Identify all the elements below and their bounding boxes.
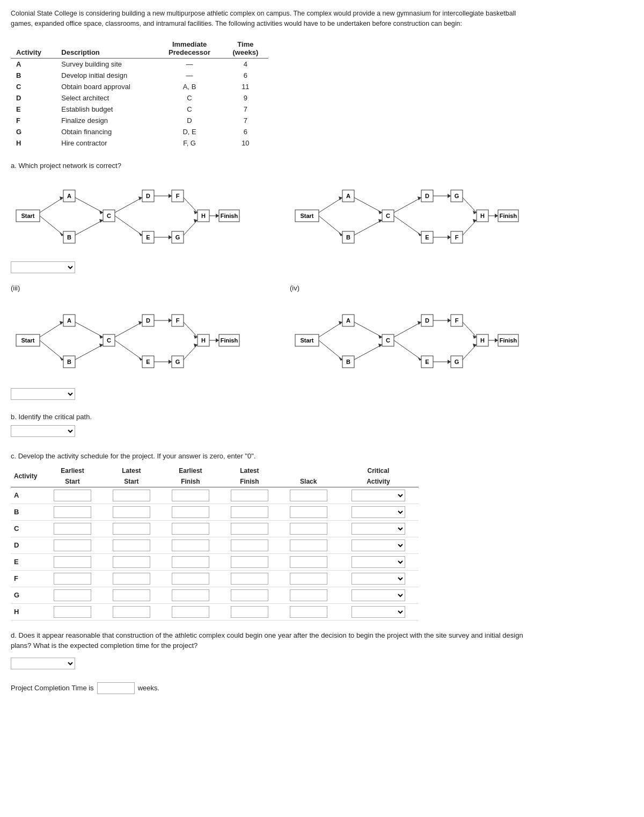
- schedule-cell-earliest-finish: [161, 570, 220, 587]
- schedule-cell-latest-finish: [220, 537, 279, 553]
- schedule-row: FYesNo: [11, 570, 419, 587]
- schedule-critical-cell: YesNo: [338, 537, 419, 553]
- input-earliest-start-D[interactable]: [54, 539, 91, 551]
- input-earliest-finish-D[interactable]: [172, 539, 209, 551]
- table-cell-act: A: [11, 58, 56, 70]
- answer-d-dropdown-container: Yes No: [11, 655, 526, 677]
- schedule-cell-latest-start: [102, 603, 161, 620]
- answer-d-select[interactable]: Yes No: [11, 658, 75, 669]
- input-latest-start-G[interactable]: [113, 589, 150, 601]
- input-earliest-start-H[interactable]: [54, 606, 91, 618]
- schedule-critical-cell: YesNo: [338, 504, 419, 520]
- input-earliest-finish-C[interactable]: [172, 523, 209, 535]
- svg-text:F: F: [455, 317, 459, 324]
- input-latest-finish-C[interactable]: [231, 523, 268, 535]
- input-latest-start-E[interactable]: [113, 556, 150, 568]
- table-cell-desc: Develop initial design: [56, 70, 156, 81]
- svg-line-24: [75, 198, 103, 213]
- input-latest-start-D[interactable]: [113, 539, 150, 551]
- input-slack-G[interactable]: [290, 589, 327, 601]
- svg-text:G: G: [455, 193, 459, 199]
- svg-text:E: E: [146, 359, 150, 365]
- schedule-activity-label: B: [11, 504, 43, 520]
- schedule-row: BYesNo: [11, 504, 419, 520]
- input-earliest-finish-H[interactable]: [172, 606, 209, 618]
- table-cell-pred: C: [156, 104, 222, 115]
- input-latest-start-B[interactable]: [113, 506, 150, 518]
- input-earliest-finish-A[interactable]: [172, 490, 209, 501]
- input-latest-start-F[interactable]: [113, 573, 150, 585]
- svg-line-106: [40, 340, 63, 360]
- critical-select-E[interactable]: YesNo: [352, 556, 405, 568]
- svg-line-110: [75, 345, 103, 360]
- svg-line-80: [463, 220, 477, 235]
- svg-marker-83: [495, 214, 498, 218]
- table-cell-time: 4: [223, 58, 268, 70]
- critical-select-G[interactable]: YesNo: [352, 589, 405, 601]
- schedule-cell-earliest-start: [43, 537, 102, 553]
- critical-select-B[interactable]: YesNo: [352, 506, 405, 518]
- input-slack-F[interactable]: [290, 573, 327, 585]
- svg-marker-159: [448, 318, 451, 323]
- input-slack-E[interactable]: [290, 556, 327, 568]
- input-slack-H[interactable]: [290, 606, 327, 618]
- input-earliest-start-A[interactable]: [54, 490, 91, 501]
- input-latest-finish-A[interactable]: [231, 490, 268, 501]
- input-latest-finish-D[interactable]: [231, 539, 268, 551]
- answer-dropdown-a1[interactable]: [11, 261, 75, 273]
- svg-line-108: [75, 322, 103, 337]
- input-slack-A[interactable]: [290, 490, 327, 501]
- input-slack-B[interactable]: [290, 506, 327, 518]
- schedule-cell-earliest-start: [43, 553, 102, 570]
- network-diagram-bottomleft: Start A B C D E F G H Finish: [11, 300, 241, 383]
- label-iv: (iv): [290, 284, 299, 292]
- diagram-labels-top: (iii) (iv): [11, 284, 526, 292]
- schedule-cell-earliest-start: [43, 587, 102, 603]
- table-cell-time: 6: [223, 70, 268, 81]
- input-earliest-start-C[interactable]: [54, 523, 91, 535]
- critical-select-A[interactable]: YesNo: [352, 490, 405, 501]
- answer-a-select[interactable]: (i) (ii) (iii) (iv): [11, 388, 75, 400]
- input-latest-finish-G[interactable]: [231, 589, 268, 601]
- critical-select-C[interactable]: YesNo: [352, 523, 405, 535]
- critical-select-D[interactable]: YesNo: [352, 539, 405, 551]
- critical-select-F[interactable]: YesNo: [352, 573, 405, 585]
- input-earliest-start-G[interactable]: [54, 589, 91, 601]
- input-earliest-finish-G[interactable]: [172, 589, 209, 601]
- answer-b-select[interactable]: A-C-D-F-H A-C-D-G-H A-C-E-G-H B-C-D-F-H: [11, 425, 75, 437]
- completion-time-input[interactable]: [97, 682, 135, 694]
- table-cell-pred: F, G: [156, 137, 222, 149]
- input-latest-finish-H[interactable]: [231, 606, 268, 618]
- svg-line-22: [40, 216, 63, 235]
- schedule-cell-latest-finish: [220, 603, 279, 620]
- input-earliest-finish-F[interactable]: [172, 573, 209, 585]
- svg-text:Start: Start: [21, 337, 34, 344]
- input-latest-finish-B[interactable]: [231, 506, 268, 518]
- critical-select-H[interactable]: YesNo: [352, 606, 405, 618]
- input-latest-start-A[interactable]: [113, 490, 150, 501]
- svg-text:C: C: [107, 337, 111, 344]
- input-slack-C[interactable]: [290, 523, 327, 535]
- schedule-cell-earliest-start: [43, 570, 102, 587]
- svg-text:C: C: [386, 213, 390, 219]
- schedule-cell-earliest-finish: [161, 537, 220, 553]
- table-cell-pred: D: [156, 115, 222, 126]
- schedule-cell-latest-finish: [220, 587, 279, 603]
- input-slack-D[interactable]: [290, 539, 327, 551]
- input-earliest-finish-B[interactable]: [172, 506, 209, 518]
- schedule-cell-slack: [279, 537, 338, 553]
- input-latest-start-H[interactable]: [113, 606, 150, 618]
- input-earliest-start-F[interactable]: [54, 573, 91, 585]
- input-earliest-finish-E[interactable]: [172, 556, 209, 568]
- network-diagram-bottomright: Start A B C D E F G H Finish: [290, 300, 521, 383]
- svg-text:E: E: [425, 359, 429, 365]
- input-earliest-start-E[interactable]: [54, 556, 91, 568]
- input-latest-finish-E[interactable]: [231, 556, 268, 568]
- input-latest-start-C[interactable]: [113, 523, 150, 535]
- table-cell-desc: Hire contractor: [56, 137, 156, 149]
- input-earliest-start-B[interactable]: [54, 506, 91, 518]
- schedule-cell-latest-finish: [220, 553, 279, 570]
- schedule-activity-label: F: [11, 570, 43, 587]
- input-latest-finish-F[interactable]: [231, 573, 268, 585]
- svg-marker-37: [194, 210, 197, 214]
